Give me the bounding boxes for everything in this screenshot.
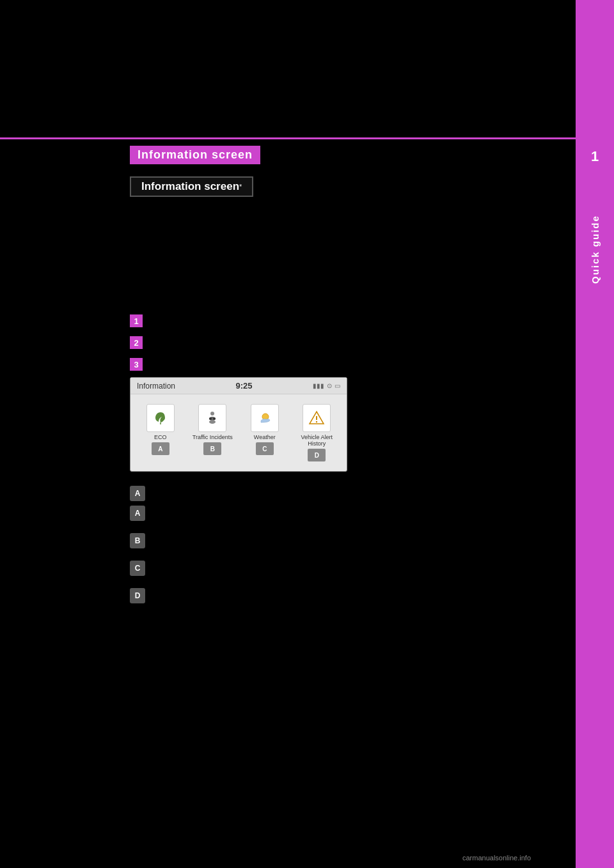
legend-section: A B C D — [130, 505, 154, 615]
list-num-3: 3 — [130, 358, 143, 371]
screen-mockup: Information 9:25 ▮▮▮ ⊙ ▭ ECO A — [130, 377, 347, 472]
list-num-1: 1 — [130, 314, 143, 327]
svg-point-1 — [210, 412, 214, 415]
traffic-btn[interactable]: B — [203, 442, 221, 455]
sub-section-superscript: * — [239, 183, 242, 190]
legend-item-b: B — [130, 532, 154, 548]
eco-btn[interactable]: A — [152, 442, 169, 455]
screen-item-weather[interactable]: Weather C — [243, 404, 287, 461]
legend-badge-a: A — [130, 506, 145, 521]
weather-btn[interactable]: C — [256, 442, 274, 455]
top-line — [0, 137, 576, 139]
sub-section-title: Information screen — [141, 180, 239, 193]
weather-icon-box — [251, 404, 279, 432]
legend-item-d: D — [130, 587, 154, 603]
numbered-list: 1 2 3 — [130, 313, 149, 378]
screen-item-alert[interactable]: Vehicle Alert History D — [295, 404, 338, 461]
svg-point-5 — [213, 417, 216, 420]
sub-section-box: Information screen* — [130, 176, 253, 197]
battery-icon: ▭ — [335, 382, 340, 389]
alert-icon — [308, 410, 325, 426]
section-title-text: Information screen — [138, 148, 253, 162]
alert-icon-box — [303, 404, 331, 432]
screen-header-title: Information — [137, 382, 175, 391]
legend-a-inline: A — [130, 486, 145, 501]
legend-item-a: A — [130, 505, 154, 521]
screen-item-eco[interactable]: ECO A — [139, 404, 182, 461]
traffic-icon-box — [198, 404, 226, 432]
legend-badge-d: D — [130, 588, 145, 603]
main-content: Information screen Information screen* 1… — [0, 0, 576, 868]
eco-icon — [152, 410, 169, 426]
legend-badge-c: C — [130, 561, 145, 576]
wifi-icon: ⊙ — [327, 382, 332, 389]
legend-badge-b: B — [130, 533, 145, 548]
watermark: carmanualsonline.info — [462, 854, 531, 862]
list-item: 3 — [130, 357, 149, 371]
chapter-number-box: 1 — [576, 141, 614, 173]
svg-point-9 — [316, 421, 317, 422]
weather-icon — [256, 410, 273, 426]
eco-label: ECO — [154, 434, 167, 440]
screen-item-traffic[interactable]: Traffic Incidents B — [191, 404, 234, 461]
list-num-2: 2 — [130, 336, 143, 349]
svg-point-3 — [209, 420, 216, 424]
traffic-icon — [204, 410, 221, 426]
weather-label: Weather — [254, 434, 276, 440]
section-title-badge: Information screen — [130, 146, 260, 164]
sidebar-label: Quick guide — [576, 185, 614, 313]
chapter-number: 1 — [591, 148, 599, 165]
alert-label: Vehicle Alert History — [295, 434, 338, 447]
screen-body: ECO A Traffic Incidents B — [130, 394, 347, 471]
signal-icon: ▮▮▮ — [313, 382, 324, 389]
right-sidebar: 1 Quick guide — [576, 0, 614, 868]
list-item: 1 — [130, 313, 149, 327]
alert-btn[interactable]: D — [308, 449, 326, 461]
eco-icon-box — [146, 404, 175, 432]
screen-header-time: 9:25 — [236, 381, 253, 391]
traffic-label: Traffic Incidents — [193, 434, 233, 440]
badge-a: A — [130, 486, 145, 501]
list-item: 2 — [130, 335, 149, 349]
svg-point-4 — [209, 417, 212, 420]
screen-header-icons: ▮▮▮ ⊙ ▭ — [313, 382, 340, 389]
legend-item-c: C — [130, 560, 154, 576]
screen-header: Information 9:25 ▮▮▮ ⊙ ▭ — [130, 378, 347, 394]
